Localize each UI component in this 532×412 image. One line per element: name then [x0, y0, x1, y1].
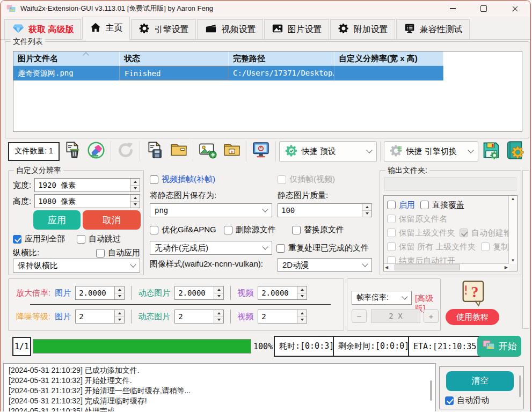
output-options-scroll-area[interactable]: 启用 直接覆盖 保留原文件名 保留上级文件夹 自动创建输 保留 所有 上级文件夹…	[383, 195, 518, 271]
start-button[interactable]: 开始	[477, 336, 521, 357]
quick-preset-dropdown[interactable]: 快捷 预设	[279, 141, 377, 162]
scrollbar-thumb[interactable]	[395, 264, 460, 270]
scale-image-spinbox[interactable]: 2.0000	[75, 286, 125, 300]
scroll-down-icon[interactable]: ▼	[510, 258, 516, 264]
tab-get-premium[interactable]: 获取 高级版	[4, 19, 81, 39]
cell-file-name[interactable]: 趣奇资源网.png	[13, 66, 120, 80]
custom-resolution-group: 自定义分辨率 宽度: 1920 像素 高度: 1080 像素 应用 取消 应用到…	[8, 170, 144, 275]
auto-create-output-checkbox[interactable]: 自动创建输	[460, 228, 508, 238]
cell-full-path[interactable]: C:/Users/17371/Desktop…	[229, 66, 334, 80]
image-quality-spinbox[interactable]: 100	[278, 203, 372, 217]
remove-file-button[interactable]	[61, 139, 84, 163]
cell-status[interactable]: Finished	[120, 66, 229, 80]
panel-scrollbar-thumb[interactable]	[519, 376, 521, 397]
tab-extra-settings[interactable]: 附加设置	[330, 19, 395, 39]
tab-video-settings[interactable]: 视频设置	[197, 19, 263, 39]
keep-all-parent-folders-checkbox[interactable]: 保留 所有 上级文件夹	[387, 242, 476, 252]
clear-log-button[interactable]: 清空	[446, 371, 514, 391]
settings-book-button[interactable]	[504, 139, 526, 163]
column-header-status[interactable]: 状态	[120, 52, 229, 66]
denoise-animated-spinbox[interactable]: 2	[174, 310, 224, 323]
column-header-custom-resolution[interactable]: 自定义分辨率(宽 x 高)	[334, 52, 443, 66]
vertical-scrollbar[interactable]: ▲ ▼	[508, 196, 517, 264]
output-path-field[interactable]	[384, 177, 516, 191]
auto-scroll-checkbox[interactable]: 自动滑动	[445, 395, 489, 406]
interpolation-only-checkbox[interactable]: 仅插帧(视频)	[278, 174, 335, 185]
close-button[interactable]	[499, 1, 530, 17]
spin-up-icon	[118, 312, 121, 314]
processing-panel: 视频插帧(补帧) 仅插帧(视频) 将静态图片保存为: 静态图片质量: png 1…	[144, 170, 377, 274]
log-line: [2024-05-31 21:10:29] 已成功添加文件.	[9, 365, 431, 376]
width-spinbox[interactable]: 1920 像素	[34, 178, 140, 192]
monitor-power-button[interactable]	[250, 139, 272, 163]
file-table[interactable]: 图片文件名 状态 完整路径 自定义分辨率(宽 x 高) 趣奇资源网.png Fi…	[13, 51, 522, 132]
image-quality-value[interactable]: 100	[278, 204, 362, 217]
width-value[interactable]: 1920 像素	[35, 179, 130, 192]
height-spinbox[interactable]: 1080 像素	[34, 194, 140, 208]
denoise-image-spinbox[interactable]: 2	[75, 310, 125, 323]
add-images-button[interactable]	[196, 139, 219, 163]
scroll-up-icon[interactable]: ▲	[510, 196, 516, 202]
tab-label: 引擎设置	[154, 24, 188, 35]
image-style-dropdown[interactable]: 2D动漫	[278, 258, 372, 272]
scale-animated-spinbox[interactable]: 2.0000	[174, 286, 224, 300]
minimize-button[interactable]	[437, 1, 468, 17]
spin-arrows[interactable]	[130, 195, 140, 208]
frame-rate-plus-button[interactable]: +	[424, 309, 439, 323]
auto-open-after-finish-checkbox[interactable]: 结束后自动打开	[387, 256, 455, 264]
spin-arrows[interactable]	[130, 179, 140, 192]
clear-list-button[interactable]	[85, 139, 107, 163]
copy-checkbox[interactable]: 复制	[481, 242, 508, 252]
frame-rate-minus-button[interactable]: −	[352, 309, 367, 323]
monitor-power-icon	[252, 141, 270, 161]
frame-rate-dropdown[interactable]: 帧率倍率:	[352, 291, 412, 305]
log-area[interactable]: [2024-05-31 21:10:29] 已成功添加文件. [2024-05-…	[3, 363, 436, 411]
column-header-file-name[interactable]: 图片文件名	[13, 52, 120, 66]
tutorial-button[interactable]: 使用教程	[446, 309, 499, 325]
aspect-ratio-dropdown[interactable]: 保持纵横比	[13, 259, 140, 273]
tab-engine-settings[interactable]: 引擎设置	[131, 19, 196, 39]
open-file-list-button[interactable]	[167, 139, 190, 163]
keep-original-filename-checkbox[interactable]: 保留原文件名	[387, 214, 447, 224]
save-file-list-button[interactable]	[143, 139, 166, 163]
cell-custom-resolution[interactable]	[334, 66, 443, 80]
log-scrollbar-thumb[interactable]	[430, 380, 432, 401]
refresh-button[interactable]	[114, 139, 137, 163]
toolbar-separator	[275, 141, 276, 161]
auto-skip-checkbox[interactable]: 自动跳过	[77, 234, 121, 244]
optimize-gif-checkbox[interactable]: 优化Gif&APNG	[150, 225, 216, 235]
replace-original-checkbox[interactable]: 替换原文件	[292, 225, 344, 235]
video-folder-button[interactable]	[221, 139, 243, 163]
tab-image-settings[interactable]: 图片设置	[264, 19, 329, 39]
scroll-left-icon[interactable]: ◀	[384, 264, 389, 271]
tab-compatibility-test[interactable]: 兼容性测试	[396, 19, 470, 39]
delete-source-checkbox[interactable]: 删除源文件	[224, 225, 276, 235]
overwrite-checkbox[interactable]: 直接覆盖	[420, 200, 464, 210]
apply-button[interactable]: 应用	[33, 210, 81, 230]
denoise-video-spinbox[interactable]: 2	[258, 310, 307, 323]
reprocess-finished-checkbox[interactable]: 重复处理已完成的文件	[276, 243, 369, 253]
video-interpolation-checkbox[interactable]: 视频插帧(补帧)	[150, 174, 215, 185]
scroll-right-icon[interactable]: ▶	[504, 264, 509, 271]
keep-parent-folder-checkbox[interactable]: 保留上级文件夹	[387, 228, 455, 238]
frame-rate-group: 帧率倍率: [高级版] − 2 X +	[347, 278, 441, 331]
quick-engine-switch-dropdown[interactable]: 快捷 引擎切换	[384, 141, 478, 162]
column-header-full-path[interactable]: 完整路径	[229, 52, 334, 66]
settings-book-icon	[505, 141, 524, 162]
height-value[interactable]: 1080 像素	[35, 195, 130, 208]
enable-output-folder-checkbox[interactable]: 启用	[387, 200, 415, 210]
auto-apply-checkbox[interactable]: 自动应用	[96, 248, 140, 258]
spin-arrows[interactable]	[362, 204, 371, 217]
spin-down-icon	[301, 319, 304, 321]
apply-to-all-checkbox[interactable]: 应用到全部	[13, 234, 65, 244]
table-row[interactable]: 趣奇资源网.png Finished C:/Users/17371/Deskto…	[13, 66, 522, 80]
scale-video-spinbox[interactable]: 2.0000	[258, 286, 307, 300]
image-format-dropdown[interactable]: png	[150, 203, 272, 217]
tab-home[interactable]: 主页	[82, 17, 130, 40]
save-settings-button[interactable]	[480, 139, 502, 163]
after-finish-dropdown[interactable]: 无动作(完成后)	[150, 241, 272, 255]
chevron-down-icon	[402, 293, 407, 299]
cancel-button[interactable]: 取消	[83, 210, 141, 230]
horizontal-scrollbar[interactable]: ◀ ▶	[384, 263, 509, 271]
maximize-button[interactable]	[468, 1, 499, 17]
